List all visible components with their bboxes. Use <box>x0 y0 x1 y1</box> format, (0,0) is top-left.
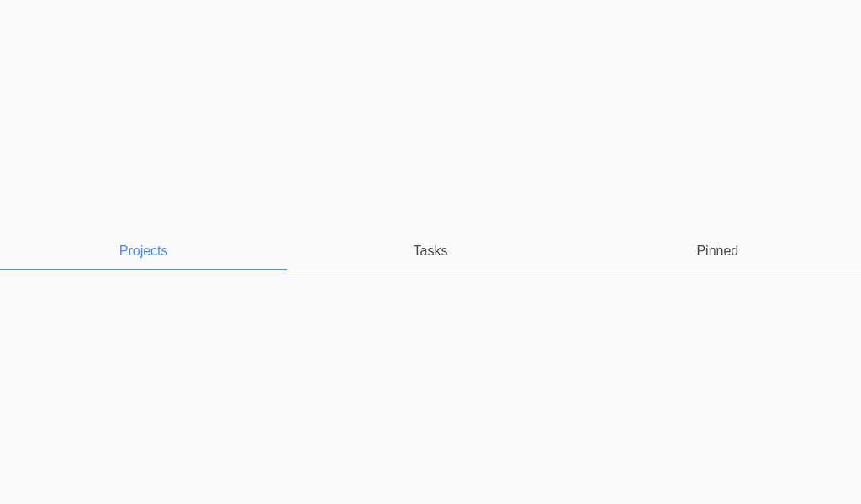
tab-tasks[interactable]: Tasks <box>287 234 573 270</box>
tab-bar: Projects Tasks Pinned <box>0 234 861 270</box>
tab-projects[interactable]: Projects <box>0 234 287 270</box>
tab-label: Pinned <box>696 244 738 258</box>
tab-label: Tasks <box>414 244 448 258</box>
tab-label: Projects <box>119 244 168 258</box>
tab-pinned[interactable]: Pinned <box>574 234 861 270</box>
